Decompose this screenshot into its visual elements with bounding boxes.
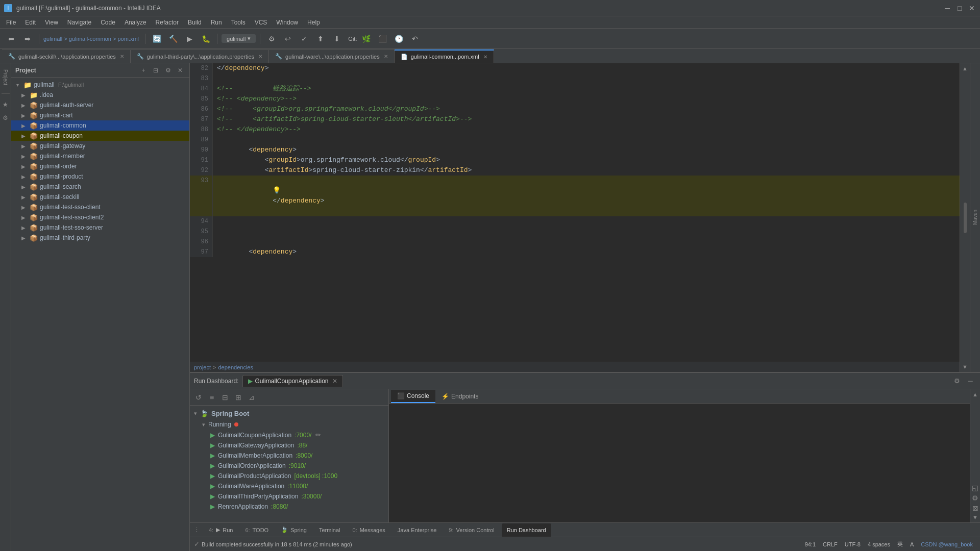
app-tab-messages[interactable]: 0: Messages bbox=[348, 523, 390, 537]
toolbar-build-btn[interactable]: 🔨 bbox=[166, 32, 180, 46]
app-tab-terminal[interactable]: Terminal bbox=[314, 523, 346, 537]
menu-tools[interactable]: Tools bbox=[227, 18, 250, 27]
toolbar-run-btn[interactable]: ▶ bbox=[182, 32, 197, 46]
menu-view[interactable]: View bbox=[41, 18, 62, 27]
tree-idea[interactable]: ▶ 📁 .idea bbox=[11, 90, 189, 100]
run-group-btn[interactable]: ⊞ bbox=[233, 392, 244, 403]
tab-close-3[interactable]: ✕ bbox=[384, 54, 388, 59]
toolbar-terminal-btn[interactable]: ⬛ bbox=[375, 32, 389, 46]
project-close-btn[interactable]: ✕ bbox=[175, 65, 185, 76]
app-tab-todo[interactable]: 6: TODO bbox=[240, 523, 274, 537]
tab-close-2[interactable]: ✕ bbox=[258, 54, 262, 59]
run-restart-btn[interactable]: ↺ bbox=[193, 392, 204, 403]
coupon-app-port[interactable]: :7000/ bbox=[295, 432, 311, 439]
lang-en[interactable]: 英 bbox=[894, 540, 906, 548]
run-item-member[interactable]: ▶ GulimallMemberApplication :8000/ bbox=[190, 450, 388, 461]
member-app-port[interactable]: :8000/ bbox=[296, 452, 312, 459]
tree-gateway[interactable]: ▶ 📦 gulimall-gateway bbox=[11, 141, 189, 151]
console-expand-btn[interactable]: ◱ bbox=[972, 484, 978, 492]
menu-file[interactable]: File bbox=[2, 18, 20, 27]
maven-label[interactable]: Maven bbox=[971, 208, 979, 227]
tab-seckill-app-props[interactable]: 🔧 gulimall-seckill\...\application.prope… bbox=[2, 49, 131, 63]
tree-test-sso-client[interactable]: ▶ 📦 gulimall-test-sso-client bbox=[11, 202, 189, 212]
run-item-thirdparty[interactable]: ▶ GulimallThirdPartyApplication :30000/ bbox=[190, 491, 388, 502]
toolbar-clock-btn[interactable]: 🕐 bbox=[391, 32, 406, 46]
tree-cart[interactable]: ▶ 📦 gulimall-cart bbox=[11, 110, 189, 120]
run-item-product[interactable]: ▶ GulimallProductApplication [devtools] … bbox=[190, 471, 388, 481]
project-settings-btn[interactable]: ⚙ bbox=[163, 65, 173, 76]
run-item-gateway[interactable]: ▶ GulimallGatewayApplication :88/ bbox=[190, 440, 388, 450]
line-sep[interactable]: CRLF bbox=[820, 541, 841, 547]
run-collapse-btn[interactable]: ⊟ bbox=[219, 392, 231, 403]
project-collapse-btn[interactable]: ⊟ bbox=[151, 65, 161, 76]
run-filter-btn[interactable]: ⊿ bbox=[246, 392, 257, 403]
toolbar-git-branch-btn[interactable]: 🌿 bbox=[359, 32, 373, 46]
run-dashboard-tab[interactable]: ▶ GulimallCouponApplication ✕ bbox=[242, 375, 343, 387]
console-clear-btn[interactable]: ⊠ bbox=[972, 504, 978, 512]
renren-app-port[interactable]: :8080/ bbox=[271, 503, 288, 510]
run-item-order[interactable]: ▶ GulimallOrderApplication :9010/ bbox=[190, 461, 388, 471]
toolbar-undo-btn[interactable]: ↩ bbox=[281, 32, 295, 46]
toolbar-forward-btn[interactable]: ➡ bbox=[20, 32, 35, 46]
lang-a[interactable]: A bbox=[907, 541, 917, 547]
encoding[interactable]: UTF-8 bbox=[842, 541, 864, 547]
structure-btn[interactable]: ⚙ bbox=[2, 113, 9, 122]
tab-ware-app-props[interactable]: 🔧 gulimall-ware\...\application.properti… bbox=[269, 49, 395, 63]
tree-seckill[interactable]: ▶ 📦 gulimall-seckill bbox=[11, 192, 189, 202]
toolbar-git-commit-btn[interactable]: ✓ bbox=[297, 32, 311, 46]
edit-icon-coupon[interactable]: ✏ bbox=[315, 431, 321, 439]
tab-common-pom[interactable]: 📄 gulimall-common...pom.xml ✕ bbox=[395, 49, 494, 63]
tree-test-sso-client2[interactable]: ▶ 📦 gulimall-test-sso-client2 bbox=[11, 212, 189, 222]
console-tab-console[interactable]: ⬛ Console bbox=[391, 390, 435, 403]
menu-vcs[interactable]: VCS bbox=[251, 18, 272, 27]
order-app-port[interactable]: :9010/ bbox=[289, 462, 306, 469]
csdn-link[interactable]: CSDN @wang_book bbox=[918, 541, 976, 547]
toolbar-settings-btn[interactable]: ⚙ bbox=[264, 32, 279, 46]
scrollbar-thumb[interactable] bbox=[964, 203, 967, 233]
project-selector[interactable]: gulimall ▾ bbox=[222, 34, 256, 43]
menu-code[interactable]: Code bbox=[96, 18, 119, 27]
tree-member[interactable]: ▶ 📦 gulimall-member bbox=[11, 151, 189, 161]
menu-build[interactable]: Build bbox=[184, 18, 206, 27]
ware-app-port[interactable]: :11000/ bbox=[287, 483, 308, 490]
toolbar-back-btn[interactable]: ⬅ bbox=[4, 32, 18, 46]
panel-minimize-btn[interactable]: ─ bbox=[965, 375, 976, 387]
menu-refactor[interactable]: Refactor bbox=[152, 18, 183, 27]
tab-close-4[interactable]: ✕ bbox=[483, 54, 487, 60]
tree-third-party[interactable]: ▶ 📦 gulimall-third-party bbox=[11, 233, 189, 243]
app-tab-run-dashboard[interactable]: Run Dashboard bbox=[502, 523, 551, 537]
toolbar-debug-btn[interactable]: 🐛 bbox=[199, 32, 213, 46]
tree-search[interactable]: ▶ 📦 gulimall-search bbox=[11, 182, 189, 192]
tree-common[interactable]: ▶ 📦 gulimall-common bbox=[11, 120, 189, 131]
tree-root[interactable]: ▾ 📁 gulimall F:\gulimall bbox=[11, 80, 189, 90]
breadcrumb-project[interactable]: project bbox=[194, 364, 211, 370]
scroll-down-btn[interactable]: ▼ bbox=[962, 364, 968, 370]
favorites-btn[interactable]: ★ bbox=[2, 100, 9, 109]
gateway-app-port[interactable]: :88/ bbox=[297, 442, 307, 449]
tree-test-sso-server[interactable]: ▶ 📦 gulimall-test-sso-server bbox=[11, 222, 189, 233]
menu-help[interactable]: Help bbox=[303, 18, 324, 27]
run-tab-close-icon[interactable]: ✕ bbox=[332, 378, 337, 385]
console-tab-endpoints[interactable]: ⚡ Endpoints bbox=[435, 390, 484, 403]
breadcrumb-dependencies[interactable]: dependencies bbox=[218, 364, 253, 370]
toolbar-git-push-btn[interactable]: ⬆ bbox=[313, 32, 328, 46]
menu-analyze[interactable]: Analyze bbox=[120, 18, 151, 27]
indent[interactable]: 4 spaces bbox=[865, 541, 893, 547]
scroll-up-btn[interactable]: ▲ bbox=[962, 65, 968, 71]
minimize-button[interactable]: ─ bbox=[943, 4, 951, 12]
menu-run[interactable]: Run bbox=[207, 18, 226, 27]
console-scroll-up-btn[interactable]: ▲ bbox=[972, 391, 978, 397]
app-tab-run[interactable]: 4: ▶ Run bbox=[204, 523, 238, 537]
editor-content[interactable]: 82 </dependency> 83 84 <!-- 链路追踪--> bbox=[190, 63, 960, 362]
run-item-coupon[interactable]: ▶ GulimallCouponApplication :7000/ ✏ bbox=[190, 430, 388, 440]
console-settings2-btn[interactable]: ⚙ bbox=[972, 494, 978, 502]
app-tab-java-enterprise[interactable]: Java Enterprise bbox=[393, 523, 442, 537]
tab-close-1[interactable]: ✕ bbox=[120, 54, 124, 59]
tabs-more-btn[interactable]: ⋮ bbox=[192, 527, 202, 533]
project-add-btn[interactable]: + bbox=[138, 65, 149, 76]
cursor-position[interactable]: 94:1 bbox=[802, 541, 819, 547]
run-item-ware[interactable]: ▶ GulimallWareApplication :11000/ bbox=[190, 481, 388, 491]
tree-order[interactable]: ▶ 📦 gulimall-order bbox=[11, 161, 189, 171]
menu-window[interactable]: Window bbox=[272, 18, 302, 27]
toolbar-restore-btn[interactable]: ↶ bbox=[408, 32, 422, 46]
